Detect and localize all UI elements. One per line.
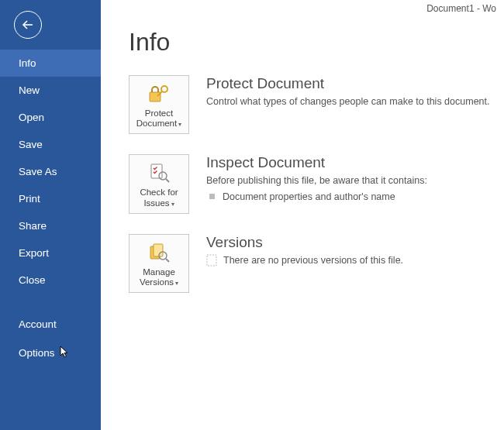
- inspect-heading: Inspect Document: [206, 154, 504, 171]
- inspect-bullet: Document properties and author's name: [209, 191, 504, 202]
- nav-open[interactable]: Open: [0, 104, 101, 131]
- svg-rect-11: [207, 255, 216, 266]
- nav-export[interactable]: Export: [0, 239, 101, 267]
- section-versions: Manage Versions▾ Versions There are no p…: [129, 234, 504, 293]
- svg-rect-8: [154, 244, 163, 256]
- checklist-magnifier-icon: [147, 161, 171, 184]
- versions-tile-label: Manage Versions▾: [133, 267, 185, 287]
- nav-print[interactable]: Print: [0, 185, 101, 212]
- inspect-tile-label: Check for Issues▾: [133, 187, 185, 208]
- section-protect: Protect Document▾ Protect Document Contr…: [129, 75, 504, 134]
- svg-point-2: [161, 86, 167, 92]
- nav-save[interactable]: Save: [0, 131, 101, 158]
- back-button[interactable]: [14, 11, 42, 39]
- check-for-issues-tile[interactable]: Check for Issues▾: [129, 154, 189, 213]
- nav-account[interactable]: Account: [0, 311, 101, 338]
- protect-desc: Control what types of changes people can…: [206, 95, 504, 109]
- bullet-icon: [209, 194, 215, 199]
- back-arrow-icon: [21, 18, 35, 32]
- versions-desc: There are no previous versions of this f…: [223, 255, 403, 266]
- documents-magnifier-icon: [147, 241, 171, 264]
- cursor-icon: [60, 346, 71, 359]
- lock-key-icon: [147, 82, 171, 105]
- protect-document-tile[interactable]: Protect Document▾: [129, 75, 189, 134]
- protect-heading: Protect Document: [206, 75, 504, 92]
- manage-versions-tile[interactable]: Manage Versions▾: [129, 234, 189, 293]
- nav-new[interactable]: New: [0, 77, 101, 104]
- chevron-down-icon: ▾: [171, 201, 174, 208]
- inspect-desc: Before publishing this file, be aware th…: [206, 174, 504, 188]
- main-content: Document1 - Wo Info Protect Document▾ Pr…: [101, 0, 504, 430]
- page-title: Info: [129, 28, 504, 57]
- chevron-down-icon: ▾: [175, 280, 178, 287]
- svg-line-6: [166, 179, 169, 182]
- nav-info[interactable]: Info: [0, 50, 101, 77]
- nav-save-as[interactable]: Save As: [0, 158, 101, 185]
- nav-options-label: Options: [19, 347, 55, 359]
- document-dashed-icon: [206, 254, 217, 267]
- inspect-bullet-text: Document properties and author's name: [223, 191, 395, 202]
- chevron-down-icon: ▾: [178, 121, 181, 128]
- svg-line-10: [166, 259, 169, 262]
- protect-tile-label: Protect Document▾: [133, 108, 185, 129]
- nav-close[interactable]: Close: [0, 267, 101, 294]
- nav-options[interactable]: Options: [0, 338, 101, 367]
- versions-heading: Versions: [206, 234, 504, 251]
- window-title: Document1 - Wo: [426, 3, 496, 14]
- backstage-sidebar: Info New Open Save Save As Print Share E…: [0, 0, 101, 430]
- nav-share[interactable]: Share: [0, 212, 101, 239]
- section-inspect: Check for Issues▾ Inspect Document Befor…: [129, 154, 504, 213]
